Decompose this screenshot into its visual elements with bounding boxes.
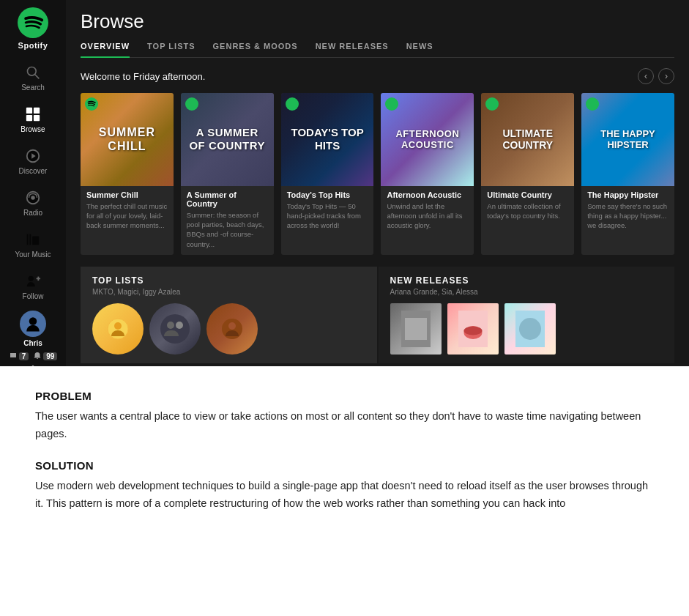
card-info-summer-chill: Summer Chill The perfect chill out music… [81, 186, 174, 237]
card-desc-summer-country: Summer: the season of pool parties, beac… [187, 210, 268, 249]
svg-point-29 [176, 322, 183, 329]
bottom-section-title-top-lists: TOP LISTS [92, 275, 365, 286]
card-info-top-hits: Today's Top Hits Today's Top Hits — 50 h… [281, 186, 374, 237]
new-releases-img-1[interactable] [390, 303, 442, 355]
svg-point-19 [85, 97, 98, 111]
nav-tabs: OVERVIEW TOP LISTS GENRES & MOODS NEW RE… [81, 42, 674, 58]
bottom-section-sub-top-lists: MKTO, Magici, Iggy Azalea [92, 288, 365, 296]
card-title-ultimate-country: Ultimate Country [487, 190, 568, 199]
card-info-afternoon: Afternoon Acoustic Unwind and let the af… [381, 186, 474, 237]
your-music-label: Your Music [15, 251, 51, 259]
svg-point-24 [586, 97, 599, 111]
card-image-afternoon: AFTERNOON ACOUSTIC [381, 93, 474, 186]
svg-rect-13 [32, 236, 39, 245]
card-title-summer-country: A Summer of Country [187, 190, 268, 208]
bottom-section-images-new-releases [390, 303, 663, 355]
search-label: Search [21, 84, 45, 92]
alert-count: 99 [43, 352, 57, 360]
svg-point-17 [29, 317, 37, 325]
problem-text: The user wants a central place to view o… [35, 408, 654, 443]
prev-arrow[interactable]: ‹ [638, 68, 654, 84]
card-afternoon-acoustic[interactable]: AFTERNOON ACOUSTIC Afternoon Acoustic Un… [381, 93, 474, 255]
svg-point-22 [385, 97, 398, 111]
card-image-happy-hipster: THE HAPPY HIPSTER [581, 93, 674, 186]
svg-rect-5 [26, 115, 32, 121]
bottom-section-sub-new-releases: Ariana Grande, Sia, Alessa [390, 288, 663, 296]
sidebar-item-browse[interactable]: Browse [4, 102, 62, 136]
card-ultimate-country[interactable]: ULTIMATE COUNTRY Ultimate Country An ult… [481, 93, 574, 255]
spotify-logo-small-2 [185, 97, 198, 111]
svg-point-36 [463, 327, 482, 335]
avatar[interactable] [20, 311, 46, 337]
svg-point-31 [228, 322, 236, 330]
svg-point-21 [286, 97, 299, 111]
bottom-section-top-lists: TOP LISTS MKTO, Magici, Iggy Azalea [81, 267, 377, 363]
sidebar: Spotify Search [0, 0, 66, 366]
card-image-ultimate-country: ULTIMATE COUNTRY [481, 93, 574, 186]
main-content: Browse OVERVIEW TOP LISTS GENRES & MOODS… [66, 0, 689, 366]
card-desc-afternoon: Unwind and let the afternoon unfold in a… [387, 201, 468, 231]
card-info-summer-country: A Summer of Country Summer: the season o… [181, 186, 274, 255]
new-releases-img-3[interactable] [504, 303, 556, 355]
bottom-sections: TOP LISTS MKTO, Magici, Iggy Azalea [81, 267, 674, 363]
article-section: PROBLEM The user wants a central place t… [0, 366, 689, 616]
top-lists-img-1[interactable] [92, 303, 144, 355]
svg-point-23 [485, 97, 499, 111]
card-title-overlay-happy-hipster: THE HAPPY HIPSTER [581, 122, 674, 157]
card-title-happy-hipster: The Happy Hipster [587, 190, 668, 199]
alert-badge[interactable]: 99 [33, 352, 57, 360]
svg-point-10 [31, 196, 35, 200]
main-header: Browse OVERVIEW TOP LISTS GENRES & MOODS… [66, 0, 689, 58]
browse-label: Browse [21, 125, 45, 133]
search-icon [23, 63, 42, 82]
welcome-text: Welcome to Friday afternoon. [81, 71, 205, 82]
sidebar-item-your-music[interactable]: Your Music [4, 227, 62, 261]
tab-news[interactable]: NEWS [406, 42, 433, 58]
browse-icon [23, 105, 42, 124]
card-image-summer-chill: SUMMER CHILL [81, 93, 174, 186]
sidebar-item-follow[interactable]: Follow [4, 269, 62, 303]
radio-label: Radio [23, 209, 42, 217]
card-desc-summer-chill: The perfect chill out music for all of y… [86, 201, 168, 231]
tab-new-releases[interactable]: NEW RELEASES [316, 42, 389, 58]
card-info-ultimate-country: Ultimate Country An ultimate collection … [481, 186, 574, 227]
spotify-logo-small-6 [586, 97, 599, 111]
card-summer-chill[interactable]: SUMMER CHILL Summer Chill The perfect ch… [81, 93, 174, 255]
card-title-summer-chill: Summer Chill [86, 190, 168, 199]
sidebar-item-radio[interactable]: Radio [4, 185, 62, 220]
svg-line-2 [35, 75, 40, 79]
card-summer-country[interactable]: A SUMMER OF COUNTRY A Summer of Country … [181, 93, 274, 255]
outer-wrapper: Spotify Search [0, 0, 689, 616]
new-releases-img-2[interactable] [447, 303, 499, 355]
message-badge[interactable]: 7 [9, 352, 29, 360]
spotify-logo[interactable] [18, 7, 48, 38]
page-title: Browse [81, 10, 674, 33]
svg-point-1 [28, 67, 37, 76]
sidebar-item-search[interactable]: Search [4, 60, 62, 94]
card-title-overlay-summer-country: A SUMMER OF COUNTRY [181, 120, 274, 158]
library-icon [23, 230, 42, 249]
tab-overview[interactable]: OVERVIEW [81, 42, 130, 58]
svg-rect-27 [160, 314, 190, 344]
card-top-hits[interactable]: TODAY'S TOP HITS Today's Top Hits Today'… [281, 93, 374, 255]
card-image-top-hits: TODAY'S TOP HITS [281, 93, 374, 186]
card-desc-ultimate-country: An ultimate collection of today's top co… [487, 201, 568, 221]
section-header: Welcome to Friday afternoon. ‹ › [81, 68, 674, 84]
cards-row: SUMMER CHILL Summer Chill The perfect ch… [81, 93, 674, 255]
tab-top-lists[interactable]: TOP LISTS [147, 42, 195, 58]
discover-label: Discover [19, 167, 48, 175]
tab-genres-moods[interactable]: GENRES & MOODS [213, 42, 298, 58]
nav-arrows: ‹ › [638, 68, 674, 84]
card-desc-top-hits: Today's Top Hits — 50 hand-picked tracks… [287, 201, 368, 231]
svg-rect-3 [26, 108, 32, 114]
card-happy-hipster[interactable]: THE HAPPY HIPSTER The Happy Hipster Some… [581, 93, 674, 255]
spotify-logo-small-3 [286, 97, 299, 111]
card-title-overlay-summer-chill: SUMMER CHILL [81, 119, 174, 159]
top-lists-img-3[interactable] [206, 303, 258, 355]
next-arrow[interactable]: › [658, 68, 674, 84]
sidebar-item-discover[interactable]: Discover [4, 144, 62, 178]
message-count: 7 [19, 352, 29, 360]
top-lists-img-2[interactable] [149, 303, 201, 355]
svg-point-38 [519, 318, 541, 340]
notification-row: 7 99 [9, 352, 58, 360]
